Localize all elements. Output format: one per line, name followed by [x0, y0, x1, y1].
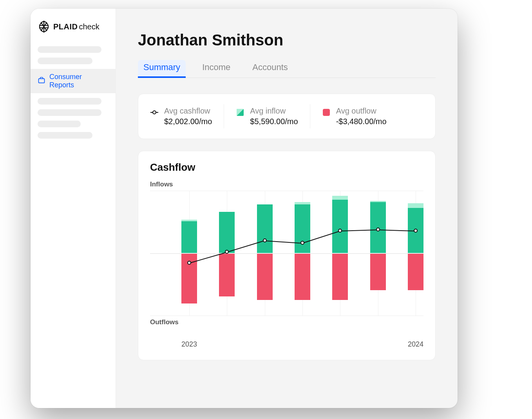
tab-accounts[interactable]: Accounts — [247, 60, 293, 78]
stat-label: Avg outflow — [336, 107, 387, 116]
stat-avg-outflow: Avg outflow -$3,480.00/mo — [310, 104, 398, 128]
chart-bar-group — [332, 191, 348, 316]
chart-bar-outflow — [219, 254, 235, 296]
sidebar: PLAIDcheck Consumer Reports — [31, 9, 116, 408]
app-window: PLAIDcheck Consumer Reports Jonathan Smi… — [31, 9, 458, 408]
chart-bar-inflow-extra — [295, 202, 310, 204]
brand-logo: PLAIDcheck — [31, 20, 116, 42]
svg-point-2 — [153, 111, 156, 114]
stat-value: $2,002.00/mo — [164, 117, 212, 126]
svg-rect-3 — [323, 109, 330, 116]
stat-avg-cashflow: Avg cashflow $2,002.00/mo — [150, 104, 224, 128]
sidebar-item-placeholder — [38, 121, 81, 127]
chart-net-point — [376, 228, 380, 231]
chart-bar-inflow-extra — [332, 196, 348, 199]
stat-value: -$3,480.00/mo — [336, 117, 387, 126]
tab-income[interactable]: Income — [197, 60, 236, 78]
sidebar-item-placeholder — [38, 98, 101, 105]
chart-net-point — [300, 241, 304, 245]
main-content: Jonathan Smithson Summary Income Account… — [116, 9, 458, 408]
chart-y-bottom-label: Outflows — [150, 318, 423, 326]
chart-bar-group — [181, 191, 197, 316]
chart-bar-outflow — [408, 254, 423, 290]
sidebar-item-placeholder — [38, 58, 92, 64]
stat-value: $5,590.00/mo — [250, 117, 298, 126]
inflow-swatch-icon — [236, 108, 244, 117]
chart-bar-outflow — [257, 254, 273, 300]
chart-bar-outflow — [295, 254, 310, 300]
cashflow-chart — [150, 191, 423, 316]
chart-bar-inflow — [219, 212, 235, 253]
chart-bar-inflow — [181, 221, 197, 253]
tab-summary[interactable]: Summary — [138, 60, 186, 78]
chart-bar-inflow — [257, 204, 273, 253]
chart-bar-group — [295, 191, 310, 316]
chart-net-point — [187, 261, 191, 265]
sidebar-item-label: Consumer Reports — [49, 73, 109, 89]
chart-bar-group — [257, 191, 273, 316]
chart-x-label-end: 2024 — [408, 340, 423, 349]
chart-bar-outflow — [332, 254, 348, 300]
stat-avg-inflow: Avg inflow $5,590.00/mo — [224, 104, 310, 128]
chart-net-point — [338, 229, 342, 233]
stat-label: Avg inflow — [250, 107, 298, 116]
outflow-swatch-icon — [322, 108, 331, 117]
chart-title: Cashflow — [150, 161, 423, 173]
cashflow-chart-card: Cashflow Inflows Outflows 20232024 — [138, 151, 436, 360]
summary-stats-card: Avg cashflow $2,002.00/mo Avg inflow $5,… — [138, 94, 436, 139]
chart-bar-inflow-extra — [370, 201, 386, 202]
chart-y-top-label: Inflows — [150, 181, 423, 188]
sidebar-item-placeholder — [38, 132, 92, 139]
chart-x-label-start: 2023 — [181, 340, 197, 349]
chart-bar-outflow — [370, 254, 386, 290]
page-title: Jonathan Smithson — [138, 31, 436, 49]
chart-bar-group — [370, 191, 386, 316]
sidebar-item-placeholder — [38, 109, 101, 116]
brand-name: PLAIDcheck — [53, 22, 100, 31]
briefcase-icon — [38, 76, 45, 86]
plaid-logo-icon — [38, 20, 50, 33]
chart-bar-inflow — [295, 204, 310, 253]
chart-bar-inflow — [332, 200, 348, 253]
tab-bar: Summary Income Accounts — [138, 60, 436, 78]
chart-bar-group — [408, 191, 423, 316]
chart-net-point — [263, 238, 267, 242]
stat-label: Avg cashflow — [164, 107, 212, 116]
chart-bar-inflow-extra — [181, 220, 197, 222]
chart-net-point — [414, 229, 418, 233]
svg-rect-0 — [39, 78, 45, 83]
sidebar-item-consumer-reports[interactable]: Consumer Reports — [31, 69, 116, 93]
line-point-icon — [150, 108, 159, 117]
sidebar-item-placeholder — [38, 46, 101, 53]
chart-bar-inflow-extra — [408, 203, 423, 208]
chart-net-point — [225, 250, 229, 254]
chart-x-axis: 20232024 — [150, 340, 423, 350]
